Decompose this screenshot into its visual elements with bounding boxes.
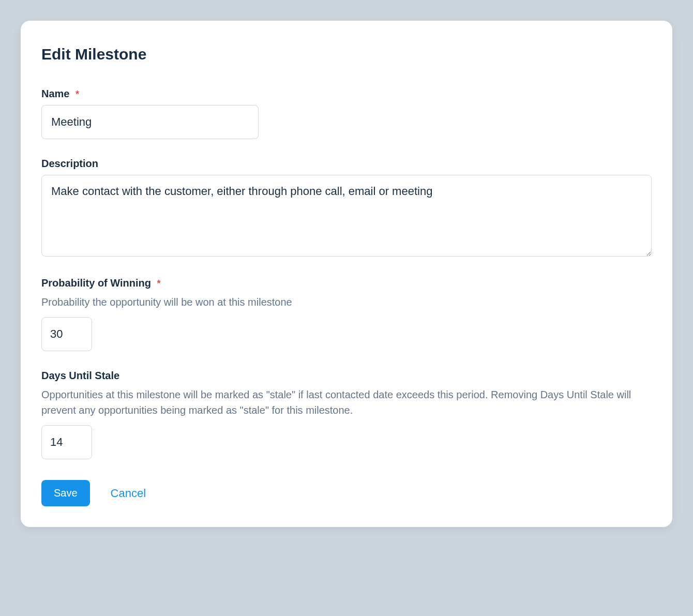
name-label-text: Name: [41, 88, 69, 99]
days-until-stale-label-text: Days Until Stale: [41, 370, 119, 381]
description-label: Description: [41, 158, 652, 170]
days-until-stale-label: Days Until Stale: [41, 370, 652, 382]
days-until-stale-input[interactable]: [41, 425, 92, 459]
probability-input[interactable]: [41, 317, 92, 351]
edit-milestone-card: Edit Milestone Name * Description Probab…: [21, 21, 672, 527]
description-label-text: Description: [41, 158, 98, 169]
description-input[interactable]: [41, 175, 652, 257]
save-button[interactable]: Save: [41, 480, 90, 506]
description-field-group: Description: [41, 158, 652, 259]
days-until-stale-field-group: Days Until Stale Opportunities at this m…: [41, 370, 652, 459]
name-label: Name *: [41, 88, 652, 100]
required-asterisk-icon: *: [157, 278, 161, 289]
probability-field-group: Probability of Winning * Probability the…: [41, 277, 652, 351]
name-input[interactable]: [41, 105, 259, 139]
page-title: Edit Milestone: [41, 46, 652, 63]
name-field-group: Name *: [41, 88, 652, 139]
cancel-button[interactable]: Cancel: [111, 487, 146, 500]
button-row: Save Cancel: [41, 480, 652, 506]
probability-label-text: Probability of Winning: [41, 277, 151, 289]
days-until-stale-help-text: Opportunities at this milestone will be …: [41, 387, 652, 418]
probability-label: Probability of Winning *: [41, 277, 652, 289]
required-asterisk-icon: *: [76, 89, 79, 99]
probability-help-text: Probability the opportunity will be won …: [41, 294, 652, 310]
